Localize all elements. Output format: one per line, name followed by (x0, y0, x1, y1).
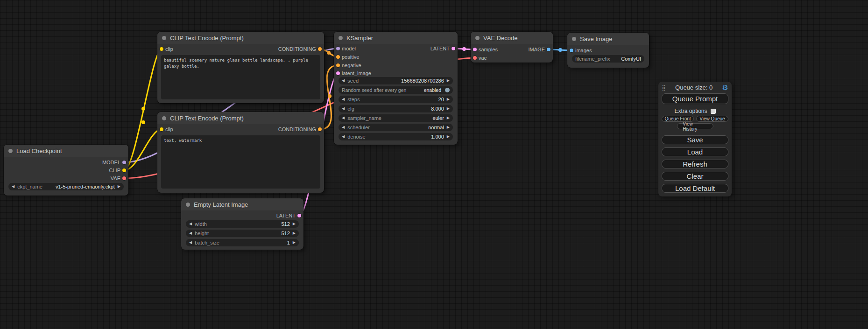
output-dot-conditioning[interactable] (318, 127, 322, 131)
queue-prompt-button[interactable]: Queue Prompt (662, 93, 728, 104)
next-arrow-icon[interactable]: ▶ (293, 241, 296, 245)
widget-value: v1-5-pruned-emaonly.ckpt (56, 184, 115, 189)
slot-label: VAE (111, 175, 120, 181)
widget-label: seed (347, 78, 359, 84)
prev-arrow-icon[interactable]: ◀ (12, 185, 14, 189)
node-title-bar[interactable]: Save Image (567, 33, 649, 45)
prev-arrow-icon[interactable]: ◀ (189, 231, 192, 235)
node-title-bar[interactable]: Load Checkpoint (4, 145, 128, 157)
node-title-bar[interactable]: Empty Latent Image (181, 198, 303, 210)
widget-sampler-name[interactable]: ◀ sampler_name euler ▶ (339, 114, 453, 122)
settings-gear-icon[interactable]: ⚙ (722, 84, 728, 91)
widget-filename-prefix[interactable]: filename_prefix ComfyUI (572, 55, 644, 63)
next-arrow-icon[interactable]: ▶ (293, 222, 296, 226)
next-arrow-icon[interactable]: ▶ (447, 107, 450, 111)
output-dot-conditioning[interactable] (318, 47, 322, 51)
input-slot-clip: clip (157, 126, 173, 133)
load-button[interactable]: Load (662, 147, 728, 156)
input-dot-samples[interactable] (473, 48, 477, 51)
node-save-image[interactable]: Save Image images filename_prefix ComfyU… (567, 33, 649, 68)
input-dot-positive[interactable] (336, 55, 340, 59)
widget-height[interactable]: ◀ height 512 ▶ (186, 230, 299, 237)
prev-arrow-icon[interactable]: ◀ (342, 135, 345, 139)
input-dot-clip[interactable] (160, 47, 163, 51)
next-arrow-icon[interactable]: ▶ (447, 116, 450, 120)
input-dot-model[interactable] (336, 47, 340, 50)
drag-handle-icon[interactable]: ⣿ (662, 85, 666, 91)
widget-random-seed-toggle[interactable]: Random seed after every gen enabled (339, 86, 453, 94)
prompt-textarea[interactable]: beautiful scenery nature glass bottle la… (161, 55, 320, 99)
toggle-knob-icon[interactable] (445, 88, 450, 92)
next-arrow-icon[interactable]: ▶ (447, 79, 450, 83)
widget-value: 512 (281, 231, 289, 236)
link-dot (462, 47, 466, 51)
node-collapse-dot[interactable] (162, 116, 166, 120)
widget-value: 512 (281, 221, 289, 227)
wire-clip-positive (124, 49, 162, 170)
node-ksampler[interactable]: KSampler model positive negative latent_… (334, 32, 458, 145)
widget-seed[interactable]: ◀ seed 156680208700286 ▶ (339, 77, 453, 84)
node-vae-decode[interactable]: VAE Decode samples vae IMAGE (471, 32, 553, 63)
output-dot-model[interactable] (122, 161, 126, 164)
widget-value: enabled (424, 87, 441, 93)
next-arrow-icon[interactable]: ▶ (118, 185, 120, 189)
node-collapse-dot[interactable] (475, 36, 480, 40)
node-collapse-dot[interactable] (186, 203, 190, 207)
prev-arrow-icon[interactable]: ◀ (342, 126, 345, 129)
next-arrow-icon[interactable]: ▶ (447, 126, 450, 129)
node-title-bar[interactable]: VAE Decode (471, 32, 553, 44)
slot-label: LATENT (276, 213, 296, 218)
prev-arrow-icon[interactable]: ◀ (342, 116, 345, 120)
widget-steps[interactable]: ◀ steps 20 ▶ (339, 96, 453, 103)
clear-button[interactable]: Clear (662, 172, 728, 181)
widget-ckpt-name[interactable]: ◀ ckpt_name v1-5-pruned-emaonly.ckpt ▶ (8, 183, 124, 190)
node-title: Empty Latent Image (194, 201, 248, 208)
input-dot-images[interactable] (570, 49, 573, 52)
node-title-bar[interactable]: CLIP Text Encode (Prompt) (157, 32, 324, 44)
node-empty-latent-image[interactable]: Empty Latent Image LATENT ◀ width 512 ▶ … (181, 198, 303, 250)
prev-arrow-icon[interactable]: ◀ (189, 222, 192, 226)
next-arrow-icon[interactable]: ▶ (447, 135, 450, 139)
node-title-bar[interactable]: KSampler (334, 32, 458, 44)
widget-denoise[interactable]: ◀ denoise 1.000 ▶ (339, 133, 453, 140)
widget-label: filename_prefix (575, 56, 610, 62)
extra-options-checkbox[interactable] (711, 109, 716, 114)
node-collapse-dot[interactable] (8, 149, 13, 153)
output-dot-latent[interactable] (452, 47, 455, 50)
widget-batch-size[interactable]: ◀ batch_size 1 ▶ (186, 239, 299, 246)
prev-arrow-icon[interactable]: ◀ (189, 241, 192, 245)
widget-scheduler[interactable]: ◀ scheduler normal ▶ (339, 124, 453, 131)
save-button[interactable]: Save (662, 135, 728, 144)
slot-label: vae (479, 55, 487, 61)
output-dot-latent[interactable] (297, 214, 301, 217)
node-collapse-dot[interactable] (162, 36, 166, 40)
prev-arrow-icon[interactable]: ◀ (342, 98, 345, 101)
widget-width[interactable]: ◀ width 512 ▶ (186, 220, 299, 228)
node-collapse-dot[interactable] (572, 37, 576, 41)
prev-arrow-icon[interactable]: ◀ (342, 107, 345, 111)
output-dot-vae[interactable] (122, 176, 126, 180)
widget-value: normal (428, 125, 444, 130)
widget-value: 8.000 (431, 106, 444, 112)
view-history-button[interactable]: View History (677, 123, 713, 129)
input-dot-negative[interactable] (336, 63, 340, 67)
node-clip-text-encode-negative[interactable]: CLIP Text Encode (Prompt) clip CONDITION… (157, 112, 324, 193)
next-arrow-icon[interactable]: ▶ (293, 231, 296, 235)
widget-label: scheduler (347, 125, 370, 130)
node-graph-canvas[interactable]: Load Checkpoint MODEL CLIP VAE ◀ ckpt_na… (0, 0, 868, 329)
node-clip-text-encode-positive[interactable]: CLIP Text Encode (Prompt) clip CONDITION… (157, 32, 324, 103)
input-dot-vae[interactable] (473, 56, 477, 60)
output-dot-clip[interactable] (122, 168, 126, 172)
node-collapse-dot[interactable] (339, 36, 343, 40)
load-default-button[interactable]: Load Default (662, 184, 728, 193)
prev-arrow-icon[interactable]: ◀ (342, 79, 345, 83)
prompt-textarea[interactable]: text, watermark (161, 135, 320, 189)
output-dot-image[interactable] (547, 48, 550, 51)
node-load-checkpoint[interactable]: Load Checkpoint MODEL CLIP VAE ◀ ckpt_na… (4, 145, 128, 196)
widget-cfg[interactable]: ◀ cfg 8.000 ▶ (339, 105, 453, 112)
refresh-button[interactable]: Refresh (662, 160, 728, 168)
input-dot-latent-image[interactable] (336, 71, 340, 75)
input-dot-clip[interactable] (160, 127, 163, 131)
node-title-bar[interactable]: CLIP Text Encode (Prompt) (157, 112, 324, 124)
next-arrow-icon[interactable]: ▶ (447, 98, 450, 101)
